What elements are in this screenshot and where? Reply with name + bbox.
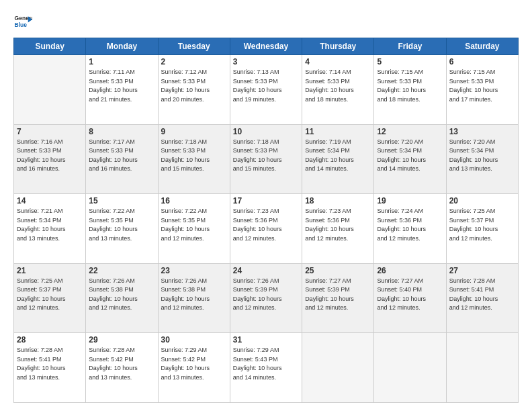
day-number: 30 (161, 335, 227, 345)
calendar-cell: 6Sunrise: 7:15 AM Sunset: 5:33 PM Daylig… (446, 55, 518, 125)
day-info: Sunrise: 7:20 AM Sunset: 5:34 PM Dayligh… (449, 138, 515, 174)
weekday-header: Wednesday (230, 38, 302, 55)
header: General Blue (13, 12, 519, 31)
calendar-cell: 9Sunrise: 7:18 AM Sunset: 5:33 PM Daylig… (158, 124, 230, 194)
day-number: 11 (305, 127, 371, 136)
calendar-cell: 26Sunrise: 7:27 AM Sunset: 5:40 PM Dayli… (374, 263, 446, 333)
calendar-cell (14, 55, 86, 125)
day-number: 19 (377, 196, 443, 205)
calendar-cell: 28Sunrise: 7:28 AM Sunset: 5:41 PM Dayli… (14, 333, 86, 403)
day-number: 17 (233, 196, 299, 205)
day-number: 26 (377, 266, 443, 275)
weekday-header: Thursday (302, 38, 374, 55)
calendar-cell: 21Sunrise: 7:25 AM Sunset: 5:37 PM Dayli… (14, 263, 86, 333)
day-number: 21 (17, 266, 83, 275)
day-number: 20 (449, 196, 515, 205)
day-info: Sunrise: 7:28 AM Sunset: 5:41 PM Dayligh… (17, 346, 83, 382)
day-info: Sunrise: 7:19 AM Sunset: 5:34 PM Dayligh… (305, 138, 371, 174)
day-info: Sunrise: 7:26 AM Sunset: 5:38 PM Dayligh… (161, 277, 227, 313)
day-info: Sunrise: 7:15 AM Sunset: 5:33 PM Dayligh… (377, 68, 443, 104)
calendar-header-row: SundayMondayTuesdayWednesdayThursdayFrid… (14, 38, 519, 55)
day-info: Sunrise: 7:24 AM Sunset: 5:36 PM Dayligh… (377, 207, 443, 243)
weekday-header: Monday (86, 38, 158, 55)
logo: General Blue (13, 12, 32, 31)
day-info: Sunrise: 7:17 AM Sunset: 5:33 PM Dayligh… (89, 138, 154, 174)
svg-text:Blue: Blue (15, 21, 28, 28)
day-number: 2 (161, 57, 227, 66)
day-info: Sunrise: 7:28 AM Sunset: 5:42 PM Dayligh… (89, 346, 154, 382)
weekday-header: Sunday (14, 38, 86, 55)
calendar-cell: 25Sunrise: 7:27 AM Sunset: 5:39 PM Dayli… (302, 263, 374, 333)
day-number: 4 (305, 57, 371, 66)
day-info: Sunrise: 7:22 AM Sunset: 5:35 PM Dayligh… (89, 207, 154, 243)
day-number: 6 (449, 57, 515, 66)
calendar-cell: 12Sunrise: 7:20 AM Sunset: 5:34 PM Dayli… (374, 124, 446, 194)
calendar-row: 7Sunrise: 7:16 AM Sunset: 5:33 PM Daylig… (14, 124, 519, 194)
day-number: 7 (17, 127, 83, 136)
day-number: 23 (161, 266, 227, 275)
logo-icon: General Blue (13, 12, 32, 31)
calendar-cell: 13Sunrise: 7:20 AM Sunset: 5:34 PM Dayli… (446, 124, 518, 194)
calendar-cell: 22Sunrise: 7:26 AM Sunset: 5:38 PM Dayli… (86, 263, 158, 333)
calendar-cell: 2Sunrise: 7:12 AM Sunset: 5:33 PM Daylig… (158, 55, 230, 125)
calendar-cell: 10Sunrise: 7:18 AM Sunset: 5:33 PM Dayli… (230, 124, 302, 194)
day-info: Sunrise: 7:11 AM Sunset: 5:33 PM Dayligh… (89, 68, 154, 104)
day-info: Sunrise: 7:18 AM Sunset: 5:33 PM Dayligh… (161, 138, 227, 174)
calendar-cell: 5Sunrise: 7:15 AM Sunset: 5:33 PM Daylig… (374, 55, 446, 125)
calendar-cell: 19Sunrise: 7:24 AM Sunset: 5:36 PM Dayli… (374, 194, 446, 264)
day-number: 31 (233, 335, 299, 345)
day-info: Sunrise: 7:22 AM Sunset: 5:35 PM Dayligh… (161, 207, 227, 243)
day-info: Sunrise: 7:23 AM Sunset: 5:36 PM Dayligh… (305, 207, 371, 243)
day-number: 5 (377, 57, 443, 66)
day-number: 25 (305, 266, 371, 275)
day-number: 16 (161, 196, 227, 205)
day-number: 29 (89, 335, 154, 345)
day-info: Sunrise: 7:23 AM Sunset: 5:36 PM Dayligh… (233, 207, 299, 243)
day-number: 28 (17, 335, 83, 345)
calendar-cell: 4Sunrise: 7:14 AM Sunset: 5:33 PM Daylig… (302, 55, 374, 125)
calendar-cell: 1Sunrise: 7:11 AM Sunset: 5:33 PM Daylig… (86, 55, 158, 125)
calendar-cell (446, 333, 518, 403)
day-number: 22 (89, 266, 154, 275)
day-info: Sunrise: 7:27 AM Sunset: 5:40 PM Dayligh… (377, 277, 443, 313)
day-number: 24 (233, 266, 299, 275)
calendar-cell: 29Sunrise: 7:28 AM Sunset: 5:42 PM Dayli… (86, 333, 158, 403)
day-number: 27 (449, 266, 515, 275)
weekday-header: Friday (374, 38, 446, 55)
calendar-cell: 14Sunrise: 7:21 AM Sunset: 5:34 PM Dayli… (14, 194, 86, 264)
day-info: Sunrise: 7:18 AM Sunset: 5:33 PM Dayligh… (233, 138, 299, 174)
day-info: Sunrise: 7:26 AM Sunset: 5:38 PM Dayligh… (89, 277, 154, 313)
calendar-cell: 11Sunrise: 7:19 AM Sunset: 5:34 PM Dayli… (302, 124, 374, 194)
day-info: Sunrise: 7:25 AM Sunset: 5:37 PM Dayligh… (17, 277, 83, 313)
day-info: Sunrise: 7:16 AM Sunset: 5:33 PM Dayligh… (17, 138, 83, 174)
calendar-row: 14Sunrise: 7:21 AM Sunset: 5:34 PM Dayli… (14, 194, 519, 264)
calendar-cell: 16Sunrise: 7:22 AM Sunset: 5:35 PM Dayli… (158, 194, 230, 264)
day-info: Sunrise: 7:26 AM Sunset: 5:39 PM Dayligh… (233, 277, 299, 313)
weekday-header: Tuesday (158, 38, 230, 55)
page: General Blue SundayMondayTuesdayWednesda… (0, 0, 532, 411)
day-info: Sunrise: 7:20 AM Sunset: 5:34 PM Dayligh… (377, 138, 443, 174)
calendar-cell: 7Sunrise: 7:16 AM Sunset: 5:33 PM Daylig… (14, 124, 86, 194)
day-number: 8 (89, 127, 154, 136)
day-info: Sunrise: 7:15 AM Sunset: 5:33 PM Dayligh… (449, 68, 515, 104)
day-info: Sunrise: 7:12 AM Sunset: 5:33 PM Dayligh… (161, 68, 227, 104)
day-info: Sunrise: 7:25 AM Sunset: 5:37 PM Dayligh… (449, 207, 515, 243)
calendar-cell: 15Sunrise: 7:22 AM Sunset: 5:35 PM Dayli… (86, 194, 158, 264)
day-number: 12 (377, 127, 443, 136)
calendar-cell (374, 333, 446, 403)
day-number: 3 (233, 57, 299, 66)
day-info: Sunrise: 7:13 AM Sunset: 5:33 PM Dayligh… (233, 68, 299, 104)
day-info: Sunrise: 7:29 AM Sunset: 5:43 PM Dayligh… (233, 346, 299, 382)
day-number: 10 (233, 127, 299, 136)
day-info: Sunrise: 7:27 AM Sunset: 5:39 PM Dayligh… (305, 277, 371, 313)
day-info: Sunrise: 7:28 AM Sunset: 5:41 PM Dayligh… (449, 277, 515, 313)
calendar-cell: 20Sunrise: 7:25 AM Sunset: 5:37 PM Dayli… (446, 194, 518, 264)
day-info: Sunrise: 7:21 AM Sunset: 5:34 PM Dayligh… (17, 207, 83, 243)
calendar-row: 28Sunrise: 7:28 AM Sunset: 5:41 PM Dayli… (14, 333, 519, 403)
calendar-cell: 24Sunrise: 7:26 AM Sunset: 5:39 PM Dayli… (230, 263, 302, 333)
day-number: 1 (89, 57, 154, 66)
day-info: Sunrise: 7:14 AM Sunset: 5:33 PM Dayligh… (305, 68, 371, 104)
calendar-cell: 27Sunrise: 7:28 AM Sunset: 5:41 PM Dayli… (446, 263, 518, 333)
calendar-cell: 23Sunrise: 7:26 AM Sunset: 5:38 PM Dayli… (158, 263, 230, 333)
day-number: 9 (161, 127, 227, 136)
